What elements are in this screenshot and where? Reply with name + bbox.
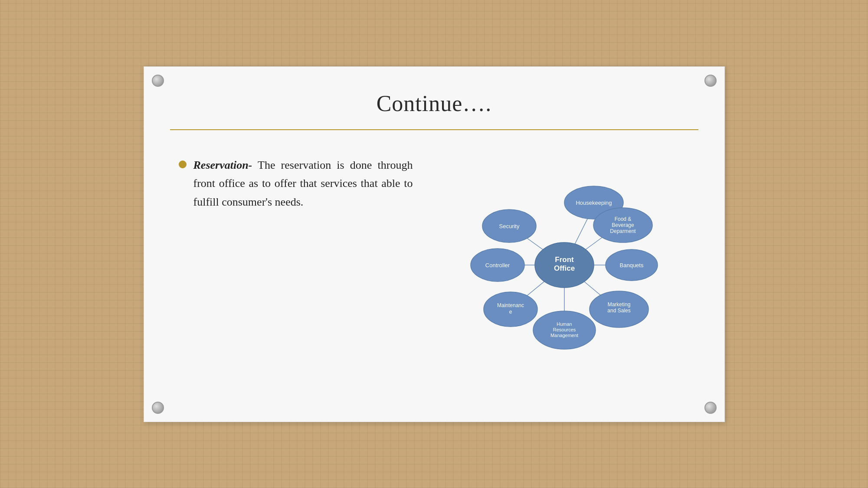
svg-text:Front: Front [555,255,574,264]
slide: Continue…. Reservation- The reservation … [144,66,725,422]
svg-text:Management: Management [550,333,578,338]
svg-text:Banquets: Banquets [619,262,643,269]
svg-text:Maintenanc: Maintenanc [497,302,524,308]
svg-text:Housekeeping: Housekeeping [576,200,612,206]
bullet-dot [179,160,187,168]
bolt-top-right [704,75,717,87]
svg-text:Controller: Controller [485,262,510,269]
svg-text:Human: Human [557,321,572,327]
term: Reservation- [193,159,252,171]
content-area: Reservation- The reservation is done thr… [144,130,724,400]
bolt-bottom-right [704,402,717,414]
svg-text:Marketing: Marketing [607,301,630,308]
diagram-section: Front Office Housekeeping Food & Beverag… [430,147,698,383]
svg-text:Beverage: Beverage [612,222,634,228]
slide-title: Continue…. [144,67,724,129]
svg-text:Food &: Food & [614,216,631,222]
bolt-top-left [152,75,164,87]
bolt-bottom-left [152,402,164,414]
text-section: Reservation- The reservation is done thr… [179,147,413,383]
svg-text:Deparment: Deparment [610,228,636,234]
svg-text:Office: Office [554,264,574,272]
svg-text:Security: Security [499,223,519,229]
svg-text:e: e [509,309,512,315]
front-office-diagram: Front Office Housekeeping Food & Beverag… [460,161,668,369]
bullet-text: Reservation- The reservation is done thr… [193,156,413,212]
bullet-item: Reservation- The reservation is done thr… [179,156,413,212]
svg-text:Resources: Resources [553,327,576,332]
svg-text:and Sales: and Sales [607,308,630,314]
